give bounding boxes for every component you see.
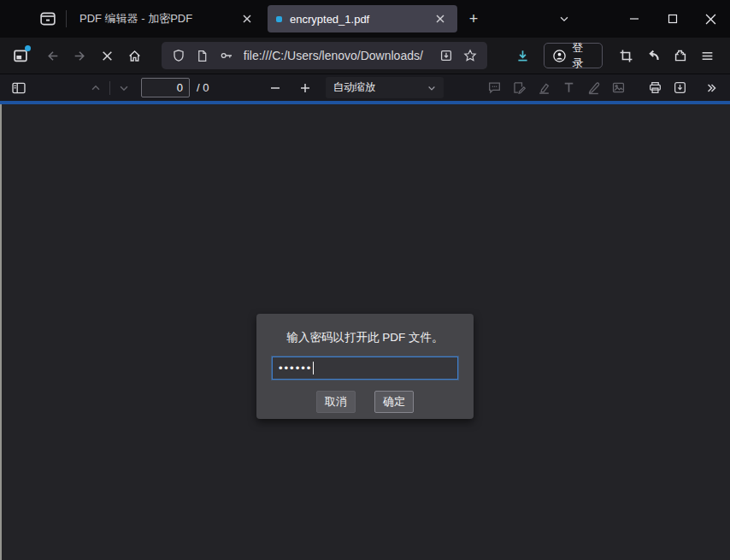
close-window-button[interactable] [692, 0, 730, 38]
pdf-edit-tools [482, 78, 723, 98]
zoom-out-button[interactable] [264, 78, 286, 98]
image-icon [611, 80, 626, 95]
print-icon [648, 80, 662, 95]
downloads-button[interactable] [509, 43, 535, 68]
firefox-view-icon [39, 10, 56, 27]
password-input[interactable]: •••••• [272, 357, 458, 380]
download-icon [515, 49, 530, 63]
stop-button[interactable] [95, 43, 121, 68]
ok-button[interactable]: 确定 [374, 391, 414, 413]
minimize-button[interactable] [615, 0, 653, 38]
window-controls [615, 0, 730, 38]
password-masked-value: •••••• [279, 363, 312, 374]
dialog-buttons: 取消 确定 [256, 391, 474, 413]
text-tool-icon [562, 80, 576, 95]
save-icon [673, 80, 687, 95]
zoom-select-value: 自动缩放 [333, 80, 427, 95]
zoom-in-button[interactable] [294, 78, 316, 98]
signature-icon [512, 80, 527, 95]
account-icon [552, 49, 567, 63]
tab-pdf-editor[interactable]: PDF 编辑器 - 加密PDF [71, 5, 264, 32]
plus-icon [299, 82, 311, 94]
key-icon[interactable] [215, 44, 238, 68]
highlight-icon [537, 80, 551, 95]
tab-attention-dot [276, 16, 282, 22]
new-tab-button[interactable]: + [461, 6, 486, 32]
text-tool-button[interactable] [557, 78, 580, 98]
draw-icon [586, 80, 601, 95]
maximize-button[interactable] [653, 0, 692, 38]
pdf-toolbar: / 0 自动缩放 [0, 74, 730, 101]
chevron-up-icon [90, 82, 102, 94]
crop-icon [619, 49, 633, 63]
maximize-icon [668, 14, 678, 24]
app-menu-button[interactable] [695, 43, 721, 68]
toolbar-separator [109, 81, 110, 95]
password-dialog-title: 输入密码以打开此 PDF 文件。 [256, 330, 474, 345]
tab-separator [66, 10, 67, 27]
list-tabs-chevron-icon [558, 13, 570, 25]
list-all-tabs-button[interactable] [550, 6, 579, 32]
comment-icon [487, 80, 502, 95]
tab-encrypted-pdf[interactable]: encrypted_1.pdf [268, 5, 457, 32]
minimize-icon [629, 14, 639, 24]
comment-tool-button[interactable] [483, 78, 506, 98]
forward-icon [73, 49, 87, 63]
print-button[interactable] [644, 78, 667, 98]
previous-page-button[interactable] [85, 78, 107, 98]
menu-icon [700, 49, 715, 63]
address-bar[interactable]: file:///C:/Users/lenovo/Downloads/ [162, 42, 487, 69]
more-tools-icon [704, 81, 718, 95]
shield-icon[interactable] [167, 44, 191, 68]
account-login-button[interactable]: 登录 [544, 43, 603, 68]
password-dialog: 输入密码以打开此 PDF 文件。 •••••• 取消 确定 [256, 314, 474, 419]
back-button[interactable] [40, 43, 66, 68]
save-page-icon[interactable] [434, 44, 458, 68]
extension-panel-button[interactable] [8, 43, 33, 68]
save-button[interactable] [668, 78, 692, 98]
close-window-icon [705, 14, 716, 25]
close-icon[interactable] [432, 10, 449, 27]
page-number-input[interactable] [141, 78, 190, 97]
cancel-button[interactable]: 取消 [316, 391, 356, 413]
navigation-toolbar: file:///C:/Users/lenovo/Downloads/ [0, 38, 730, 74]
extension-notification-dot [25, 45, 31, 51]
image-tool-button[interactable] [607, 78, 630, 98]
screenshot-crop-button[interactable] [613, 43, 639, 68]
window-edge-strip [0, 104, 2, 560]
back-icon [45, 49, 60, 63]
url-text: file:///C:/Users/lenovo/Downloads/ [244, 49, 431, 62]
home-icon [127, 49, 142, 63]
signature-tool-button[interactable] [508, 78, 531, 98]
text-caret [313, 362, 314, 374]
draw-tool-button[interactable] [582, 78, 605, 98]
next-page-button[interactable] [113, 78, 135, 98]
tab-label: PDF 编辑器 - 加密PDF [79, 11, 230, 27]
page-icon[interactable] [191, 44, 215, 68]
undo-extension-button[interactable] [640, 43, 666, 68]
zoom-select[interactable]: 自动缩放 [326, 77, 444, 98]
login-label: 登录 [572, 40, 594, 71]
firefox-view-button[interactable] [34, 5, 62, 32]
star-icon[interactable] [458, 44, 482, 68]
chevron-down-icon [427, 83, 437, 93]
sidebar-toggle-button[interactable] [8, 78, 30, 98]
stop-icon [101, 50, 114, 62]
chevron-down-icon [118, 82, 130, 94]
undo-icon [645, 48, 661, 63]
browser-window: PDF 编辑器 - 加密PDF encrypted_1.pdf + [0, 0, 730, 560]
extensions-button[interactable] [668, 43, 693, 68]
pdf-viewer-area: 输入密码以打开此 PDF 文件。 •••••• 取消 确定 [0, 104, 730, 560]
minus-icon [269, 82, 281, 94]
highlight-tool-button[interactable] [533, 78, 556, 98]
more-tools-button[interactable] [699, 78, 722, 98]
tab-strip: PDF 编辑器 - 加密PDF encrypted_1.pdf + [0, 0, 730, 38]
forward-button[interactable] [68, 43, 93, 68]
tab-label: encrypted_1.pdf [290, 13, 423, 26]
puzzle-icon [673, 48, 688, 63]
sidebar-toggle-icon [11, 80, 26, 96]
new-tab-icon: + [469, 10, 479, 28]
close-icon[interactable] [238, 10, 256, 27]
page-total-label: / 0 [197, 81, 209, 94]
home-button[interactable] [122, 43, 148, 68]
